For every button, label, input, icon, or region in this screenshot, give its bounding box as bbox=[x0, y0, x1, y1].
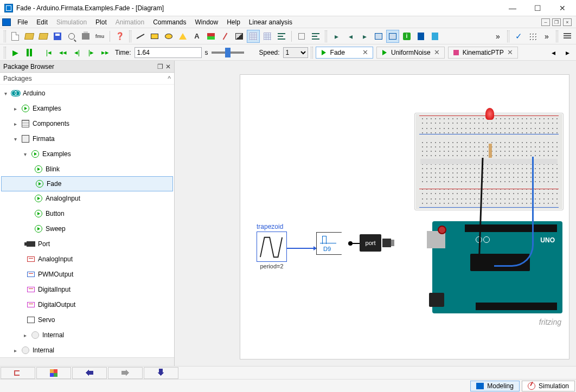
print-button[interactable] bbox=[79, 30, 92, 43]
tree-digitalinput[interactable]: DigitalInput bbox=[0, 282, 174, 297]
split-view-button[interactable] bbox=[372, 30, 385, 43]
save-button[interactable] bbox=[51, 30, 64, 43]
menu-animation[interactable]: Animation bbox=[111, 17, 149, 27]
simulation-mode-button[interactable]: Simulation bbox=[522, 381, 575, 391]
tab-uniformnoise[interactable]: UniformNoise ✕ bbox=[376, 47, 445, 59]
expand-icon[interactable]: ▸ bbox=[12, 106, 18, 112]
tab-fade[interactable]: Fade ✕ bbox=[316, 47, 373, 59]
tree-components[interactable]: ▸ Components bbox=[0, 116, 174, 131]
tree-item-sweep[interactable]: Sweep bbox=[0, 221, 174, 236]
line-color-button[interactable] bbox=[219, 30, 232, 43]
tree-digitaloutput[interactable]: DigitalOutput bbox=[0, 297, 174, 312]
nav-prev-button[interactable]: ◂ bbox=[344, 30, 357, 43]
play-button[interactable]: ▶ bbox=[9, 46, 22, 59]
nav-next-button[interactable]: ▸ bbox=[358, 30, 371, 43]
check-button[interactable]: ✓ bbox=[512, 30, 525, 43]
menu-linear-analysis[interactable]: Linear analysis bbox=[245, 17, 297, 27]
expand-icon[interactable]: ▸ bbox=[12, 348, 18, 354]
polygon-tool-button[interactable] bbox=[176, 30, 189, 43]
expand-icon[interactable]: ▸ bbox=[12, 121, 18, 127]
nav-back-button[interactable]: 🡄 bbox=[72, 367, 107, 379]
step-fwd-button[interactable]: |▸ bbox=[85, 46, 98, 59]
menu-window[interactable]: Window bbox=[190, 17, 222, 27]
overflow-button[interactable]: » bbox=[491, 30, 504, 43]
breadboard[interactable] bbox=[414, 113, 564, 210]
fill-color-button[interactable] bbox=[233, 30, 246, 43]
doc-view-button[interactable] bbox=[414, 30, 427, 43]
tab-scroll-left-button[interactable]: ◂ bbox=[547, 46, 560, 59]
list-view-button[interactable] bbox=[561, 30, 574, 43]
search-button[interactable] bbox=[65, 30, 78, 43]
collapse-icon[interactable]: ▾ bbox=[22, 151, 28, 157]
snap-button[interactable] bbox=[261, 30, 274, 43]
open-button[interactable] bbox=[23, 30, 36, 43]
bitmap-tool-button[interactable] bbox=[204, 30, 217, 43]
undock-icon[interactable]: ❐ bbox=[157, 63, 163, 70]
line-tool-button[interactable] bbox=[134, 30, 147, 43]
close-icon[interactable]: ✕ bbox=[507, 48, 513, 56]
whats-this-button[interactable]: ❓ bbox=[113, 30, 126, 43]
time-input[interactable] bbox=[135, 47, 202, 58]
nav-fwd-button[interactable]: 🡆 bbox=[108, 367, 143, 379]
modeling-mode-button[interactable]: Modeling bbox=[470, 381, 520, 391]
menu-file[interactable]: File bbox=[13, 17, 32, 27]
tree-root-arduino[interactable]: ▾ Arduino bbox=[0, 86, 174, 101]
close-icon[interactable]: ✕ bbox=[434, 48, 440, 56]
tree-pwmoutput[interactable]: PWMOutput bbox=[0, 267, 174, 282]
pause-button[interactable] bbox=[23, 46, 36, 59]
diagram-canvas[interactable]: trapezoid period=2 D9 bbox=[240, 74, 569, 359]
tree-item-fade[interactable]: Fade bbox=[1, 176, 173, 191]
expand-icon[interactable]: ▸ bbox=[22, 332, 28, 338]
up-icon[interactable]: ^ bbox=[168, 75, 171, 82]
mdi-restore-button[interactable]: ❐ bbox=[552, 18, 561, 26]
tree-firmata[interactable]: ▾ Firmata bbox=[0, 131, 174, 146]
menu-simulation[interactable]: Simulation bbox=[52, 17, 91, 27]
text-tool-button[interactable]: A bbox=[190, 30, 203, 43]
collapse-icon[interactable]: ▾ bbox=[12, 136, 18, 142]
menu-commands[interactable]: Commands bbox=[149, 17, 190, 27]
close-icon[interactable]: ✕ bbox=[362, 48, 368, 56]
mdi-minimize-button[interactable]: – bbox=[541, 18, 550, 26]
grid-button[interactable] bbox=[247, 30, 260, 43]
tree-examples[interactable]: ▸ Examples bbox=[0, 101, 174, 116]
pwm-d9-block[interactable]: D9 bbox=[316, 232, 350, 255]
collapse-icon[interactable]: ▾ bbox=[2, 91, 9, 97]
trapezoid-block[interactable]: trapezoid period=2 bbox=[257, 223, 287, 269]
fmu-button[interactable]: fmu bbox=[93, 30, 106, 43]
speed-select[interactable]: 1 bbox=[283, 47, 308, 58]
tree-item-button[interactable]: Button bbox=[0, 206, 174, 221]
tree-analoginput[interactable]: AnalogInput bbox=[0, 252, 174, 267]
tree-servo[interactable]: Servo bbox=[0, 312, 174, 327]
maximize-button[interactable]: ☐ bbox=[525, 0, 550, 16]
rect-tool-button[interactable] bbox=[148, 30, 161, 43]
port-block[interactable]: port bbox=[360, 234, 381, 252]
tree-firmata-examples[interactable]: ▾ Examples bbox=[0, 146, 174, 162]
skip-start-button[interactable]: |◂ bbox=[42, 46, 55, 59]
menu-help[interactable]: Help bbox=[222, 17, 245, 27]
stack-view-button[interactable] bbox=[428, 30, 441, 43]
close-panel-icon[interactable]: ✕ bbox=[165, 63, 171, 70]
menu-edit[interactable]: Edit bbox=[32, 17, 52, 27]
close-button[interactable]: ✕ bbox=[550, 0, 575, 16]
mdi-close-button[interactable]: × bbox=[563, 18, 572, 26]
nav-back-button[interactable]: ▸ bbox=[330, 30, 343, 43]
new-button[interactable] bbox=[9, 30, 22, 43]
tree-internal-2[interactable]: ▸ Internal bbox=[0, 343, 174, 357]
tab-kinematicptp[interactable]: KinematicPTP ✕ bbox=[448, 47, 518, 59]
rewind-button[interactable]: ◂◂ bbox=[56, 46, 69, 59]
overflow-button-2[interactable]: » bbox=[540, 30, 553, 43]
nav-tree-button[interactable] bbox=[1, 367, 35, 379]
tree-port[interactable]: Port bbox=[0, 236, 174, 252]
menu-plot[interactable]: Plot bbox=[91, 17, 111, 27]
align-button[interactable] bbox=[275, 30, 288, 43]
info-button[interactable]: i bbox=[400, 30, 413, 43]
nav-return-button[interactable]: 🡇 bbox=[144, 367, 178, 379]
minimize-button[interactable]: — bbox=[500, 0, 525, 16]
dot-grid-button[interactable] bbox=[526, 30, 539, 43]
tree-internal-1[interactable]: ▸ Internal bbox=[0, 327, 174, 343]
empty-box-button[interactable] bbox=[295, 30, 308, 43]
tab-scroll-right-button[interactable]: ▸ bbox=[561, 46, 574, 59]
format-button[interactable] bbox=[309, 30, 322, 43]
scroll-track[interactable] bbox=[0, 357, 174, 366]
ellipse-tool-button[interactable] bbox=[162, 30, 175, 43]
